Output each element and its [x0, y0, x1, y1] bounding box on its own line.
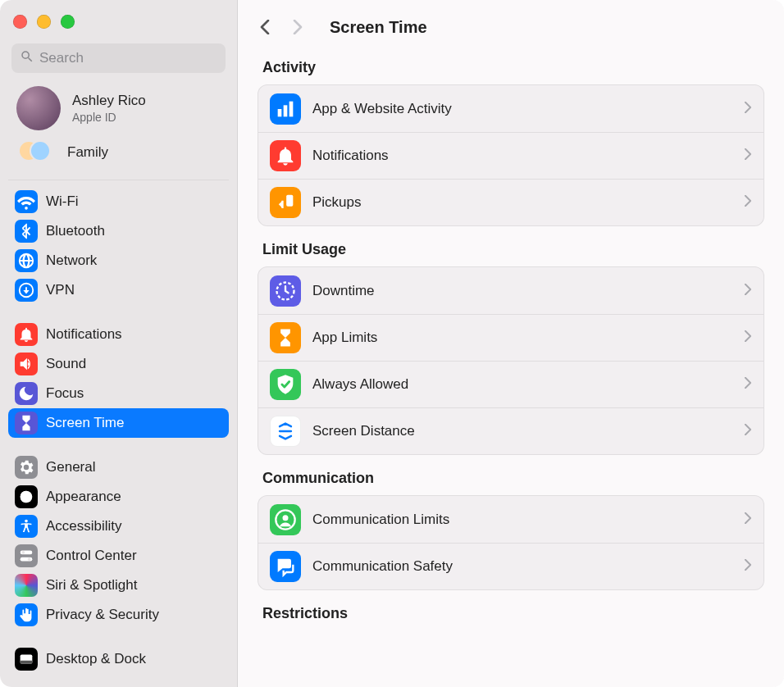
row-communication-safety[interactable]: Communication Safety	[258, 543, 763, 589]
sidebar-item-general[interactable]: General	[8, 453, 229, 482]
sidebar-item-siri-spotlight[interactable]: Siri & Spotlight	[8, 571, 229, 600]
page-title: Screen Time	[330, 18, 427, 37]
row-always-allowed[interactable]: Always Allowed	[258, 361, 763, 407]
sidebar-item-label: Wi-Fi	[46, 193, 79, 210]
chevron-right-icon	[744, 195, 752, 210]
close-button[interactable]	[13, 15, 27, 29]
section-header-limit-usage: Limit Usage	[258, 226, 764, 266]
accessibility-icon	[15, 515, 38, 538]
family-avatars-icon	[18, 140, 54, 165]
row-label: App & Website Activity	[312, 101, 732, 117]
window-controls	[0, 5, 237, 35]
row-notifications[interactable]: Notifications	[258, 132, 763, 179]
back-button[interactable]	[253, 15, 277, 39]
search-input[interactable]	[39, 50, 217, 66]
person-circle-icon	[270, 504, 301, 535]
sidebar-item-vpn[interactable]: VPN	[8, 275, 229, 305]
section-header-activity: Activity	[258, 56, 764, 84]
toggles-icon	[15, 544, 38, 567]
chevron-right-icon	[744, 284, 752, 298]
bell-icon	[15, 323, 38, 346]
sidebar-item-bluetooth[interactable]: Bluetooth	[8, 216, 229, 246]
sidebar-item-control-center[interactable]: Control Center	[8, 541, 229, 571]
sidebar-item-label: Focus	[46, 385, 84, 402]
row-label: Pickups	[312, 194, 732, 211]
sidebar-item-desktop-dock[interactable]: Desktop & Dock	[8, 644, 229, 674]
row-app-website-activity[interactable]: App & Website Activity	[258, 85, 763, 132]
row-pickups[interactable]: Pickups	[258, 179, 763, 225]
forward-button[interactable]	[285, 15, 310, 39]
panel-limit-usage: Downtime App Limits Always Allowed	[258, 266, 764, 455]
minimize-button[interactable]	[37, 15, 51, 29]
row-downtime[interactable]: Downtime	[258, 267, 763, 314]
sidebar-item-label: Screen Time	[46, 415, 124, 431]
row-label: Communication Limits	[312, 512, 732, 528]
sidebar-item-accessibility[interactable]: Accessibility	[8, 512, 229, 541]
sidebar-item-focus[interactable]: Focus	[8, 379, 229, 408]
svg-rect-8	[278, 109, 282, 116]
svg-point-4	[22, 551, 25, 554]
svg-rect-9	[284, 105, 288, 116]
sidebar-item-label: Notifications	[46, 326, 122, 343]
apple-id-row[interactable]: Ashley Rico Apple ID	[0, 80, 237, 135]
bell-icon	[270, 140, 301, 171]
hourglass-icon	[15, 412, 38, 434]
sidebar-item-label: Privacy & Security	[46, 607, 159, 623]
screen-distance-icon	[270, 416, 301, 447]
sidebar-list: Wi-Fi Bluetooth Network	[0, 173, 237, 674]
svg-rect-10	[289, 101, 294, 116]
zoom-button[interactable]	[61, 15, 75, 29]
hourglass-icon	[270, 322, 301, 353]
chevron-right-icon	[744, 512, 752, 527]
row-label: Communication Safety	[312, 558, 732, 575]
row-label: App Limits	[312, 330, 732, 346]
sidebar-item-label: Desktop & Dock	[46, 651, 146, 667]
sidebar-item-label: Control Center	[46, 548, 137, 564]
chat-bubbles-icon	[270, 551, 301, 582]
clock-icon	[270, 275, 301, 307]
account-name: Ashley Rico	[72, 93, 146, 109]
svg-rect-7	[21, 661, 33, 664]
check-shield-icon	[270, 369, 301, 400]
siri-icon	[15, 574, 38, 597]
chevron-right-icon	[744, 148, 752, 163]
svg-point-14	[283, 515, 289, 521]
toolbar: Screen Time	[238, 3, 784, 51]
chevron-right-icon	[744, 102, 752, 116]
search-field[interactable]	[11, 43, 226, 73]
svg-rect-11	[286, 195, 293, 207]
system-settings-window: Ashley Rico Apple ID Family Wi-Fi	[0, 0, 784, 687]
sidebar-item-label: Siri & Spotlight	[46, 577, 138, 594]
moon-icon	[15, 382, 38, 405]
section-header-restrictions: Restrictions	[258, 590, 764, 630]
svg-point-5	[28, 557, 31, 561]
row-label: Always Allowed	[312, 376, 732, 393]
dock-icon	[15, 648, 38, 671]
main-pane: Screen Time Activity App & Website Activ…	[238, 0, 784, 687]
sidebar-item-privacy-security[interactable]: Privacy & Security	[8, 600, 229, 630]
sidebar-item-label: Network	[46, 253, 97, 269]
sidebar-item-label: Accessibility	[46, 518, 122, 535]
sidebar-item-sound[interactable]: Sound	[8, 349, 229, 379]
appearance-icon	[15, 485, 38, 508]
sidebar-item-wifi[interactable]: Wi-Fi	[8, 187, 229, 216]
sidebar-item-label: Bluetooth	[46, 223, 105, 239]
row-app-limits[interactable]: App Limits	[258, 314, 763, 361]
row-screen-distance[interactable]: Screen Distance	[258, 407, 763, 454]
row-communication-limits[interactable]: Communication Limits	[258, 496, 763, 543]
sidebar-item-label: General	[46, 459, 95, 475]
sidebar-item-screen-time[interactable]: Screen Time	[8, 408, 229, 438]
sidebar-item-network[interactable]: Network	[8, 246, 229, 275]
chevron-right-icon	[744, 330, 752, 345]
hand-icon	[15, 603, 38, 626]
row-label: Downtime	[312, 283, 732, 299]
sidebar-item-notifications[interactable]: Notifications	[8, 320, 229, 349]
sidebar-item-appearance[interactable]: Appearance	[8, 482, 229, 512]
chevron-right-icon	[744, 377, 752, 392]
family-row[interactable]: Family	[0, 135, 237, 173]
bar-chart-icon	[270, 93, 301, 125]
bluetooth-icon	[15, 220, 38, 243]
gear-icon	[15, 456, 38, 479]
family-label: Family	[67, 144, 108, 161]
sidebar-item-label: Appearance	[46, 489, 121, 505]
